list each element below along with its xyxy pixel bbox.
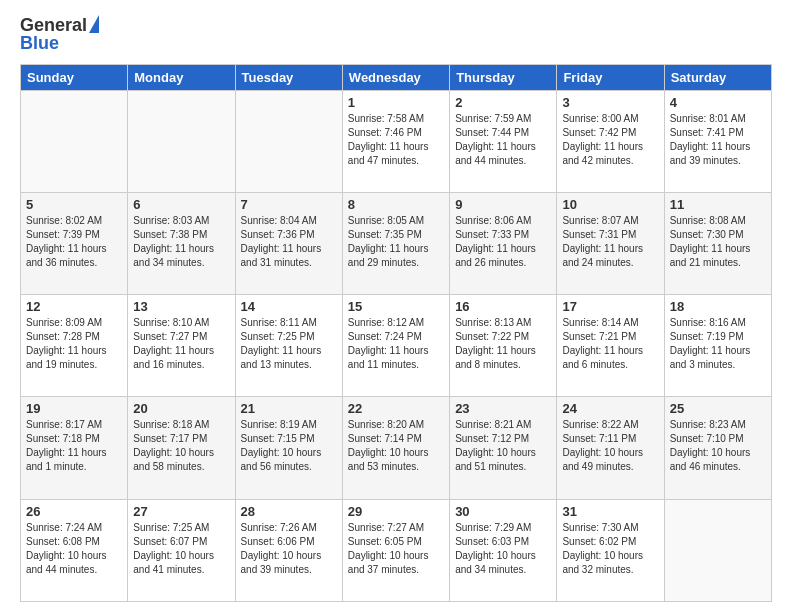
cell-date-number: 24 [562,401,658,416]
calendar-table: SundayMondayTuesdayWednesdayThursdayFrid… [20,64,772,602]
logo-triangle-icon [89,15,99,33]
calendar-cell: 9Sunrise: 8:06 AMSunset: 7:33 PMDaylight… [450,192,557,294]
cell-info-text: Sunrise: 8:18 AMSunset: 7:17 PMDaylight:… [133,418,229,474]
calendar-cell: 1Sunrise: 7:58 AMSunset: 7:46 PMDaylight… [342,90,449,192]
calendar-cell: 11Sunrise: 8:08 AMSunset: 7:30 PMDayligh… [664,192,771,294]
cell-info-text: Sunrise: 8:22 AMSunset: 7:11 PMDaylight:… [562,418,658,474]
cell-info-text: Sunrise: 8:09 AMSunset: 7:28 PMDaylight:… [26,316,122,372]
cell-date-number: 31 [562,504,658,519]
calendar-cell: 31Sunrise: 7:30 AMSunset: 6:02 PMDayligh… [557,499,664,601]
calendar-cell: 22Sunrise: 8:20 AMSunset: 7:14 PMDayligh… [342,397,449,499]
cell-date-number: 7 [241,197,337,212]
cell-info-text: Sunrise: 8:21 AMSunset: 7:12 PMDaylight:… [455,418,551,474]
calendar-cell: 6Sunrise: 8:03 AMSunset: 7:38 PMDaylight… [128,192,235,294]
calendar-cell: 10Sunrise: 8:07 AMSunset: 7:31 PMDayligh… [557,192,664,294]
cell-date-number: 11 [670,197,766,212]
cell-date-number: 17 [562,299,658,314]
day-header-thursday: Thursday [450,64,557,90]
logo: General Blue [20,16,99,54]
cell-info-text: Sunrise: 8:10 AMSunset: 7:27 PMDaylight:… [133,316,229,372]
cell-info-text: Sunrise: 7:25 AMSunset: 6:07 PMDaylight:… [133,521,229,577]
cell-info-text: Sunrise: 8:23 AMSunset: 7:10 PMDaylight:… [670,418,766,474]
calendar-cell: 29Sunrise: 7:27 AMSunset: 6:05 PMDayligh… [342,499,449,601]
calendar-cell [664,499,771,601]
calendar-cell: 15Sunrise: 8:12 AMSunset: 7:24 PMDayligh… [342,295,449,397]
cell-info-text: Sunrise: 8:07 AMSunset: 7:31 PMDaylight:… [562,214,658,270]
calendar-cell: 24Sunrise: 8:22 AMSunset: 7:11 PMDayligh… [557,397,664,499]
cell-info-text: Sunrise: 8:03 AMSunset: 7:38 PMDaylight:… [133,214,229,270]
cell-info-text: Sunrise: 7:24 AMSunset: 6:08 PMDaylight:… [26,521,122,577]
calendar-cell [21,90,128,192]
calendar-cell: 19Sunrise: 8:17 AMSunset: 7:18 PMDayligh… [21,397,128,499]
day-header-sunday: Sunday [21,64,128,90]
calendar-cell: 16Sunrise: 8:13 AMSunset: 7:22 PMDayligh… [450,295,557,397]
calendar-header-row: SundayMondayTuesdayWednesdayThursdayFrid… [21,64,772,90]
cell-date-number: 18 [670,299,766,314]
cell-date-number: 26 [26,504,122,519]
calendar-cell: 21Sunrise: 8:19 AMSunset: 7:15 PMDayligh… [235,397,342,499]
calendar-cell: 28Sunrise: 7:26 AMSunset: 6:06 PMDayligh… [235,499,342,601]
cell-date-number: 19 [26,401,122,416]
cell-info-text: Sunrise: 8:02 AMSunset: 7:39 PMDaylight:… [26,214,122,270]
cell-info-text: Sunrise: 8:19 AMSunset: 7:15 PMDaylight:… [241,418,337,474]
cell-info-text: Sunrise: 8:08 AMSunset: 7:30 PMDaylight:… [670,214,766,270]
day-header-monday: Monday [128,64,235,90]
calendar-cell: 8Sunrise: 8:05 AMSunset: 7:35 PMDaylight… [342,192,449,294]
cell-date-number: 3 [562,95,658,110]
header: General Blue [20,16,772,54]
calendar-week-row: 1Sunrise: 7:58 AMSunset: 7:46 PMDaylight… [21,90,772,192]
calendar-cell: 13Sunrise: 8:10 AMSunset: 7:27 PMDayligh… [128,295,235,397]
calendar-cell: 26Sunrise: 7:24 AMSunset: 6:08 PMDayligh… [21,499,128,601]
calendar-cell: 18Sunrise: 8:16 AMSunset: 7:19 PMDayligh… [664,295,771,397]
cell-date-number: 14 [241,299,337,314]
calendar-week-row: 19Sunrise: 8:17 AMSunset: 7:18 PMDayligh… [21,397,772,499]
cell-date-number: 20 [133,401,229,416]
calendar-cell: 27Sunrise: 7:25 AMSunset: 6:07 PMDayligh… [128,499,235,601]
cell-date-number: 28 [241,504,337,519]
cell-date-number: 2 [455,95,551,110]
calendar-cell: 5Sunrise: 8:02 AMSunset: 7:39 PMDaylight… [21,192,128,294]
cell-date-number: 12 [26,299,122,314]
cell-info-text: Sunrise: 8:06 AMSunset: 7:33 PMDaylight:… [455,214,551,270]
cell-info-text: Sunrise: 7:29 AMSunset: 6:03 PMDaylight:… [455,521,551,577]
cell-info-text: Sunrise: 7:59 AMSunset: 7:44 PMDaylight:… [455,112,551,168]
calendar-cell: 30Sunrise: 7:29 AMSunset: 6:03 PMDayligh… [450,499,557,601]
calendar-cell [235,90,342,192]
cell-info-text: Sunrise: 7:26 AMSunset: 6:06 PMDaylight:… [241,521,337,577]
calendar-cell: 7Sunrise: 8:04 AMSunset: 7:36 PMDaylight… [235,192,342,294]
cell-info-text: Sunrise: 8:16 AMSunset: 7:19 PMDaylight:… [670,316,766,372]
cell-info-text: Sunrise: 7:30 AMSunset: 6:02 PMDaylight:… [562,521,658,577]
calendar-cell: 23Sunrise: 8:21 AMSunset: 7:12 PMDayligh… [450,397,557,499]
calendar-week-row: 12Sunrise: 8:09 AMSunset: 7:28 PMDayligh… [21,295,772,397]
cell-info-text: Sunrise: 8:20 AMSunset: 7:14 PMDaylight:… [348,418,444,474]
cell-date-number: 8 [348,197,444,212]
cell-info-text: Sunrise: 8:11 AMSunset: 7:25 PMDaylight:… [241,316,337,372]
cell-date-number: 21 [241,401,337,416]
cell-info-text: Sunrise: 8:12 AMSunset: 7:24 PMDaylight:… [348,316,444,372]
cell-date-number: 4 [670,95,766,110]
cell-info-text: Sunrise: 8:17 AMSunset: 7:18 PMDaylight:… [26,418,122,474]
cell-info-text: Sunrise: 8:00 AMSunset: 7:42 PMDaylight:… [562,112,658,168]
cell-info-text: Sunrise: 8:05 AMSunset: 7:35 PMDaylight:… [348,214,444,270]
cell-info-text: Sunrise: 8:01 AMSunset: 7:41 PMDaylight:… [670,112,766,168]
day-header-saturday: Saturday [664,64,771,90]
calendar-cell: 4Sunrise: 8:01 AMSunset: 7:41 PMDaylight… [664,90,771,192]
cell-info-text: Sunrise: 7:58 AMSunset: 7:46 PMDaylight:… [348,112,444,168]
cell-info-text: Sunrise: 8:04 AMSunset: 7:36 PMDaylight:… [241,214,337,270]
calendar-cell: 14Sunrise: 8:11 AMSunset: 7:25 PMDayligh… [235,295,342,397]
logo-blue: Blue [20,34,59,54]
calendar-cell: 20Sunrise: 8:18 AMSunset: 7:17 PMDayligh… [128,397,235,499]
cell-date-number: 23 [455,401,551,416]
cell-date-number: 22 [348,401,444,416]
cell-date-number: 6 [133,197,229,212]
day-header-friday: Friday [557,64,664,90]
cell-date-number: 5 [26,197,122,212]
calendar-week-row: 5Sunrise: 8:02 AMSunset: 7:39 PMDaylight… [21,192,772,294]
cell-date-number: 25 [670,401,766,416]
cell-date-number: 15 [348,299,444,314]
cell-date-number: 10 [562,197,658,212]
cell-date-number: 1 [348,95,444,110]
calendar-week-row: 26Sunrise: 7:24 AMSunset: 6:08 PMDayligh… [21,499,772,601]
cell-date-number: 13 [133,299,229,314]
calendar-cell: 3Sunrise: 8:00 AMSunset: 7:42 PMDaylight… [557,90,664,192]
